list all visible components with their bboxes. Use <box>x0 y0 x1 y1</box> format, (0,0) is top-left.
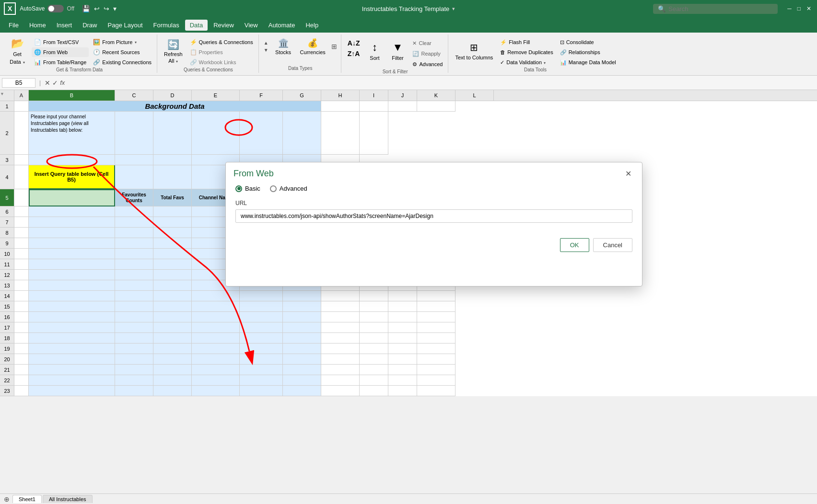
cell-row20-col10[interactable] <box>417 354 455 365</box>
cell-d4[interactable] <box>153 165 192 189</box>
cancel-edit-icon[interactable]: ✕ <box>45 79 50 87</box>
row-header-20[interactable]: 20 <box>0 354 14 365</box>
menu-insert[interactable]: Insert <box>52 20 77 31</box>
cell-row21-col2[interactable] <box>115 365 153 375</box>
cell-row17-col7[interactable] <box>321 322 360 333</box>
cell-row15-col8[interactable] <box>360 301 388 312</box>
row-header-17[interactable]: 17 <box>0 322 14 333</box>
get-data-button[interactable]: 📂 Get Data ▾ <box>5 36 30 66</box>
cancel-button[interactable]: Cancel <box>593 238 632 252</box>
cell-row20-col9[interactable] <box>388 354 417 365</box>
recent-sources-button[interactable]: 🕐 Recent Sources <box>91 47 154 57</box>
from-text-csv-button[interactable]: 📄 From Text/CSV <box>32 37 89 47</box>
cell-row14-col10[interactable] <box>417 291 455 301</box>
cell-row14-col9[interactable] <box>388 291 417 301</box>
row-header-1[interactable]: 1 <box>0 101 14 112</box>
cell-row21-col7[interactable] <box>321 365 360 375</box>
url-input[interactable] <box>235 209 632 223</box>
cell-row17-col10[interactable] <box>417 322 455 333</box>
cell-row23-col1[interactable] <box>29 386 115 396</box>
cell-row15-col1[interactable] <box>29 301 115 312</box>
cell-row14-col3[interactable] <box>153 291 192 301</box>
cell-row14-col5[interactable] <box>240 291 283 301</box>
queries-connections-button[interactable]: ⚡ Queries & Connections <box>187 37 256 47</box>
cell-c3[interactable] <box>115 155 153 165</box>
undo-icon[interactable]: ↩ <box>94 5 100 12</box>
cell-row9-col2[interactable] <box>115 238 153 249</box>
cell-row19-col8[interactable] <box>360 344 388 354</box>
cell-row22-col7[interactable] <box>321 375 360 386</box>
row-header-13[interactable]: 13 <box>0 280 14 291</box>
row-header-18[interactable]: 18 <box>0 333 14 344</box>
row-header-14[interactable]: 14 <box>0 291 14 301</box>
cell-row7-col1[interactable] <box>29 217 115 228</box>
col-header-d[interactable]: D <box>153 90 192 101</box>
cell-row19-col4[interactable] <box>192 344 240 354</box>
formula-input[interactable] <box>67 80 815 86</box>
cell-row17-col2[interactable] <box>115 322 153 333</box>
maximize-icon[interactable]: □ <box>795 5 803 12</box>
cell-row21-col4[interactable] <box>192 365 240 375</box>
cell-row9-col1[interactable] <box>29 238 115 249</box>
row-header-9[interactable]: 9 <box>0 238 14 249</box>
cell-row13-col3[interactable] <box>153 280 192 291</box>
properties-button[interactable]: 📋 Properties <box>187 47 256 57</box>
cell-row20-col3[interactable] <box>153 354 192 365</box>
cell-f2[interactable] <box>240 112 283 155</box>
cell-row14-col7[interactable] <box>321 291 360 301</box>
cell-a1[interactable] <box>14 101 29 112</box>
consolidate-button[interactable]: ⊡ Consolidate <box>558 37 619 47</box>
cell-row19-col7[interactable] <box>321 344 360 354</box>
cell-row14-col0[interactable] <box>14 291 29 301</box>
cell-row16-col8[interactable] <box>360 312 388 322</box>
cell-row17-col9[interactable] <box>388 322 417 333</box>
cell-row15-col6[interactable] <box>283 301 321 312</box>
col-header-c[interactable]: C <box>115 90 153 101</box>
cell-row16-col7[interactable] <box>321 312 360 322</box>
cell-h1[interactable] <box>321 101 360 112</box>
cell-row15-col9[interactable] <box>388 301 417 312</box>
cell-a5[interactable] <box>14 189 29 206</box>
cell-row19-col6[interactable] <box>283 344 321 354</box>
cell-row16-col6[interactable] <box>283 312 321 322</box>
cell-reference-box[interactable]: B5 <box>2 78 35 88</box>
cell-row6-col0[interactable] <box>14 206 29 217</box>
cell-row20-col2[interactable] <box>115 354 153 365</box>
cell-j1[interactable] <box>388 101 417 112</box>
cell-i1[interactable] <box>360 101 388 112</box>
cell-row17-col8[interactable] <box>360 322 388 333</box>
cell-row22-col3[interactable] <box>153 375 192 386</box>
sort-za-button[interactable]: Z↑A <box>345 49 362 58</box>
cell-row21-col1[interactable] <box>29 365 115 375</box>
cell-row16-col0[interactable] <box>14 312 29 322</box>
menu-home[interactable]: Home <box>24 20 51 31</box>
cell-row15-col0[interactable] <box>14 301 29 312</box>
cell-row17-col1[interactable] <box>29 322 115 333</box>
cell-row15-col5[interactable] <box>240 301 283 312</box>
cell-row16-col1[interactable] <box>29 312 115 322</box>
col-header-j[interactable]: J <box>388 90 417 101</box>
cell-row21-col0[interactable] <box>14 365 29 375</box>
cell-row23-col4[interactable] <box>192 386 240 396</box>
cell-row6-col3[interactable] <box>153 206 192 217</box>
cell-row6-col2[interactable] <box>115 206 153 217</box>
cell-row14-col4[interactable] <box>192 291 240 301</box>
cell-row8-col2[interactable] <box>115 228 153 238</box>
cell-row23-col5[interactable] <box>240 386 283 396</box>
cell-row22-col8[interactable] <box>360 375 388 386</box>
row-header-22[interactable]: 22 <box>0 375 14 386</box>
from-picture-button[interactable]: 🖼️ From Picture ▾ <box>91 37 154 47</box>
cell-row7-col2[interactable] <box>115 217 153 228</box>
refresh-all-button[interactable]: 🔄 Refresh All ▾ <box>161 36 186 66</box>
row-header-5[interactable]: 5 <box>0 189 14 206</box>
col-header-g[interactable]: G <box>283 90 321 101</box>
cell-i2[interactable] <box>360 112 388 155</box>
col-header-a[interactable]: A <box>14 90 29 101</box>
cell-row9-col3[interactable] <box>153 238 192 249</box>
row-header-23[interactable]: 23 <box>0 386 14 396</box>
col-header-h[interactable]: H <box>321 90 360 101</box>
cell-row14-col6[interactable] <box>283 291 321 301</box>
data-types-expand-icon[interactable]: ⊞ <box>330 42 338 51</box>
cell-row15-col7[interactable] <box>321 301 360 312</box>
cell-row10-col0[interactable] <box>14 249 29 259</box>
